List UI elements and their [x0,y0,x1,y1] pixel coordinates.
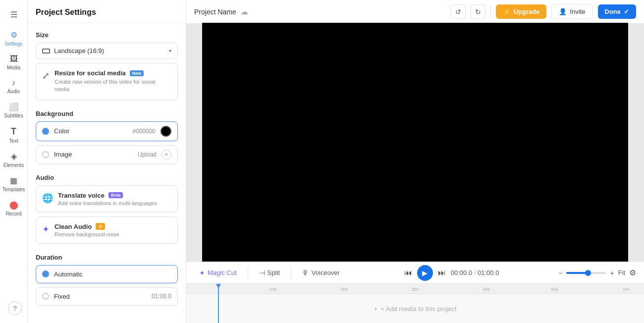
bottom-toolbar: ✦ Magic Cut ⊣ Split 🎙 Voiceover ⏮ ▶ ⏭ 00… [186,262,644,283]
translate-card-desc: Add voice translations in multi-language… [58,200,171,206]
sidebar-content: Size Landscape (16:9) ▾ ⤢ Resize for soc… [28,23,186,314]
zoom-slider-thumb [585,270,591,276]
playback-controls: ⏮ ▶ ⏭ 00:00.0 / 01:00.0 [404,265,499,281]
background-image-option[interactable]: Image Upload + [36,145,178,164]
project-name-area: Project Name ☁ [194,7,445,16]
resize-social-card[interactable]: ⤢ Resize for social media New Create new… [36,63,178,100]
ruler-tick-30s: 30s [412,287,419,292]
undo-button[interactable]: ↺ [451,4,466,19]
duration-automatic-option[interactable]: Automatic [36,265,178,283]
magic-cut-button[interactable]: ✦ Magic Cut [194,267,242,279]
help-button[interactable]: ? [8,301,22,315]
unlock-badge: 4 [96,223,105,230]
sidebar-item-elements[interactable]: ◈ Elements [2,149,26,171]
video-canvas [202,23,628,263]
invite-button[interactable]: 👤 Invite [551,4,592,19]
zoom-in-button[interactable]: + [610,269,614,277]
size-section: Size Landscape (16:9) ▾ ⤢ Resize for soc… [36,31,178,100]
voiceover-icon: 🎙 [302,269,309,277]
color-radio [42,128,49,135]
sidebar-item-media[interactable]: 🖼 Media [2,52,26,73]
duration-section-title: Duration [36,254,178,261]
upload-button[interactable]: Upload [138,151,157,158]
zoom-slider[interactable] [566,272,606,274]
translate-voice-card[interactable]: 🌐 Translate voice Beta Add voice transla… [36,185,178,213]
voiceover-button[interactable]: 🎙 Voiceover [297,267,345,279]
new-badge: New [130,70,144,76]
clean-audio-card-text: Clean Audio 4 Remove background noise [54,223,171,237]
audio-section: Audio 🌐 Translate voice Beta Add voice t… [36,174,178,244]
timeline-content[interactable]: + + Add media to this project [186,294,644,323]
skip-back-button[interactable]: ⏮ [404,269,412,277]
audio-section-title: Audio [36,174,178,181]
subtitles-icon: ⬜ [9,102,19,111]
video-preview [186,24,644,262]
top-bar-actions: ↺ ↻ ⚡ Upgrade 👤 Invite Done ✓ [451,4,636,19]
sidebar-item-settings-label: Settings [4,41,22,47]
tool-separator-2 [291,268,291,278]
project-name: Project Name [194,8,236,16]
plus-button[interactable]: + [161,150,171,160]
color-label: Color [54,127,69,135]
zoom-out-button[interactable]: − [558,269,562,277]
zoom-fit-label[interactable]: Fit [618,269,625,276]
time-separator: / [474,269,478,276]
skip-forward-button[interactable]: ⏭ [438,269,446,277]
upgrade-label: Upgrade [514,8,540,15]
color-swatch[interactable] [161,126,171,137]
zoom-controls: − + Fit [558,269,625,277]
clean-audio-title: Clean Audio 4 [54,223,171,230]
sidebar-item-templates[interactable]: ▦ Templates [2,173,26,195]
play-icon: ▶ [422,269,428,277]
background-section-title: Background [36,110,178,117]
duration-fixed-option[interactable]: Fixed 01:00.0 [36,287,178,306]
audio-cards: 🌐 Translate voice Beta Add voice transla… [36,185,178,244]
upgrade-icon: ⚡ [503,8,511,15]
sidebar-item-text-label: Text [9,138,18,144]
clean-audio-card[interactable]: ✦ Clean Audio 4 Remove background noise [36,216,178,244]
duration-section: Duration Automatic Fixed 01:00.0 [36,254,178,306]
clean-audio-icon: ✦ [42,224,50,235]
ruler-tick-10s: 10s [269,287,277,292]
duration-options: Automatic Fixed 01:00.0 [36,265,178,306]
beta-badge: Beta [108,192,123,198]
redo-button[interactable]: ↻ [471,4,485,19]
hamburger-button[interactable]: ☰ [6,6,21,23]
image-label: Image [54,151,72,158]
dropdown-label: Landscape (16:9) [54,47,104,54]
automatic-radio [42,270,49,277]
sidebar-item-subtitles[interactable]: ⬜ Subtitles [2,99,26,121]
background-color-option[interactable]: Color #000000 [36,121,178,141]
automatic-label: Automatic [54,270,83,278]
play-button[interactable]: ▶ [417,265,433,281]
sidebar-item-settings[interactable]: ⚙ Settings [2,27,26,50]
toolbar-separator [490,6,491,18]
timeline-settings-button[interactable]: ⚙ [629,268,636,277]
image-radio [42,151,49,158]
done-button[interactable]: Done ✓ [598,4,637,19]
sidebar-item-audio[interactable]: ♪ Audio [2,75,26,97]
clean-audio-desc: Remove background noise [54,231,171,237]
sidebar-item-audio-label: Audio [7,89,20,94]
current-time-value: 00:00.0 [451,269,472,276]
tool-separator-1 [248,268,248,278]
sidebar-panel: Project Settings Size Landscape (16:9) ▾… [28,0,186,323]
text-icon: T [11,126,16,137]
cloud-icon: ☁ [240,7,248,16]
upgrade-button[interactable]: ⚡ Upgrade [496,4,547,19]
ruler-tick-50s: 50s [551,287,559,292]
translate-card-text: Translate voice Beta Add voice translati… [58,192,171,206]
sidebar-header: Project Settings [28,0,186,23]
sidebar-item-text[interactable]: T Text [2,123,26,147]
fixed-radio [42,293,49,300]
size-dropdown[interactable]: Landscape (16:9) ▾ [36,43,178,59]
invite-icon: 👤 [559,8,567,15]
left-navigation: ☰ ⚙ Settings 🖼 Media ♪ Audio ⬜ Subtitles… [0,0,28,323]
current-time: 00:00.0 / 01:00.0 [451,269,499,276]
sidebar-item-subtitles-label: Subtitles [4,113,23,118]
landscape-icon [42,49,50,54]
sidebar-item-record[interactable]: ⬤ Record [2,197,26,219]
timeline-ruler: 10s 20s 30s 40s 50s 1m [186,284,644,294]
split-icon: ⊣ [259,269,265,277]
split-button[interactable]: ⊣ Split [254,267,285,279]
